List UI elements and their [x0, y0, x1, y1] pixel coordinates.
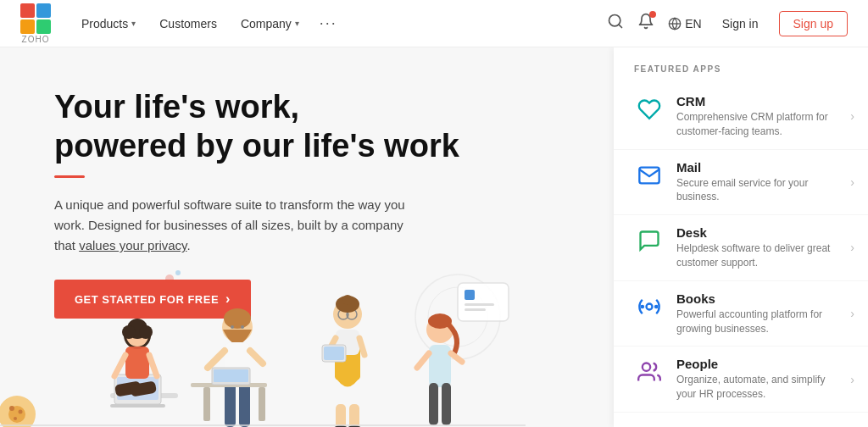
desk-name: Desk — [676, 225, 848, 240]
svg-line-22 — [114, 355, 125, 376]
svg-point-48 — [342, 295, 353, 305]
svg-rect-40 — [214, 369, 248, 382]
language-selector[interactable]: EN — [668, 17, 701, 30]
notification-badge — [649, 11, 656, 18]
crm-info: CRM Comprehensive CRM platform for custo… — [676, 94, 848, 139]
app-item-crm[interactable]: CRM Comprehensive CRM platform for custo… — [614, 84, 868, 150]
svg-point-73 — [654, 304, 659, 308]
svg-line-33 — [250, 351, 263, 363]
svg-rect-34 — [225, 380, 236, 427]
desk-info: Desk Helpdesk software to deliver great … — [676, 225, 848, 270]
svg-rect-65 — [458, 283, 509, 321]
hero-subtitle: A unique and powerful software suite to … — [54, 195, 427, 256]
people-name: People — [676, 357, 848, 371]
svg-line-23 — [149, 355, 157, 376]
chevron-right-icon: › — [850, 307, 854, 320]
svg-rect-35 — [239, 380, 250, 427]
app-item-people[interactable]: People Organize, automate, and simplify … — [614, 347, 868, 413]
notification-icon[interactable] — [637, 13, 654, 34]
svg-rect-53 — [336, 404, 346, 427]
nav-links: Products ▾ Customers Company ▾ ··· — [71, 8, 607, 39]
svg-line-61 — [451, 353, 462, 362]
nav-right: EN Sign in Sign up — [607, 11, 848, 36]
books-name: Books — [676, 291, 848, 306]
svg-line-1 — [619, 25, 622, 28]
svg-line-60 — [417, 353, 429, 368]
svg-point-8 — [9, 406, 14, 411]
search-icon[interactable] — [607, 13, 624, 34]
mail-desc: Secure email service for your business. — [676, 176, 848, 205]
featured-apps-label: FEATURED APPS — [614, 64, 868, 84]
svg-point-19 — [122, 325, 136, 339]
navbar: ZOHO Products ▾ Customers Company ▾ ··· — [0, 0, 868, 47]
svg-rect-63 — [442, 383, 451, 425]
svg-rect-52 — [324, 347, 344, 360]
hero-divider — [54, 175, 85, 178]
svg-rect-14 — [110, 404, 165, 408]
chevron-right-icon: › — [850, 241, 854, 254]
people-desc: Organize, automate, and simplify your HR… — [676, 373, 848, 402]
svg-point-20 — [139, 325, 153, 339]
desk-icon — [634, 225, 665, 256]
hero-illustration — [0, 258, 614, 427]
desk-desc: Helpdesk software to deliver great custo… — [676, 241, 848, 270]
mail-info: Mail Secure email service for your busin… — [676, 160, 848, 205]
books-desc: Powerful accounting platform for growing… — [676, 308, 848, 336]
chevron-right-icon: › — [850, 373, 854, 386]
svg-point-70 — [175, 270, 181, 275]
svg-rect-62 — [429, 383, 438, 425]
books-info: Books Powerful accounting platform for g… — [676, 291, 848, 336]
svg-point-28 — [224, 308, 251, 329]
more-menu-button[interactable]: ··· — [313, 8, 344, 39]
crm-desc: Comprehensive CRM platform for customer-… — [676, 110, 848, 139]
svg-line-32 — [208, 351, 225, 368]
crm-icon — [634, 94, 665, 125]
svg-rect-21 — [125, 347, 149, 379]
signup-button[interactable]: Sign up — [779, 11, 848, 36]
svg-rect-57 — [429, 345, 451, 387]
signin-button[interactable]: Sign in — [715, 12, 765, 36]
crm-name: CRM — [676, 94, 848, 108]
chevron-down-icon: ▾ — [295, 19, 299, 28]
chevron-down-icon: ▾ — [131, 19, 136, 28]
nav-item-customers[interactable]: Customers — [149, 10, 227, 37]
svg-rect-54 — [349, 404, 359, 427]
hero-title: Your life's work, powered by our life's … — [54, 88, 573, 165]
svg-point-29 — [231, 325, 234, 329]
hero-section: Your life's work, powered by our life's … — [0, 47, 614, 427]
nav-item-products[interactable]: Products ▾ — [71, 10, 146, 37]
mail-icon — [634, 160, 665, 191]
svg-rect-66 — [465, 290, 475, 300]
svg-point-72 — [641, 304, 645, 308]
chevron-right-icon: › — [850, 109, 854, 123]
featured-apps-panel: FEATURED APPS CRM Comprehensive CRM plat… — [614, 47, 868, 427]
mail-name: Mail — [676, 160, 848, 175]
people-info: People Organize, automate, and simplify … — [676, 357, 848, 402]
logo[interactable]: ZOHO — [20, 3, 51, 44]
svg-point-9 — [19, 410, 23, 414]
svg-point-74 — [643, 363, 650, 371]
svg-rect-67 — [465, 303, 494, 306]
svg-point-10 — [14, 417, 17, 420]
svg-point-69 — [165, 274, 174, 283]
logo-text: ZOHO — [22, 35, 50, 44]
app-item-mail[interactable]: Mail Secure email service for your busin… — [614, 150, 868, 216]
svg-rect-38 — [259, 387, 265, 421]
language-label: EN — [685, 17, 701, 30]
nav-item-company[interactable]: Company ▾ — [231, 10, 309, 37]
app-item-desk[interactable]: Desk Helpdesk software to deliver great … — [614, 215, 868, 281]
svg-point-71 — [647, 303, 653, 309]
svg-rect-68 — [465, 308, 486, 311]
svg-point-30 — [241, 325, 244, 329]
svg-rect-37 — [203, 387, 210, 421]
app-item-books[interactable]: Books Powerful accounting platform for g… — [614, 281, 868, 347]
main-content: Your life's work, powered by our life's … — [0, 47, 868, 427]
chevron-right-icon: › — [850, 175, 854, 189]
books-icon — [634, 291, 665, 322]
people-icon — [634, 357, 665, 387]
